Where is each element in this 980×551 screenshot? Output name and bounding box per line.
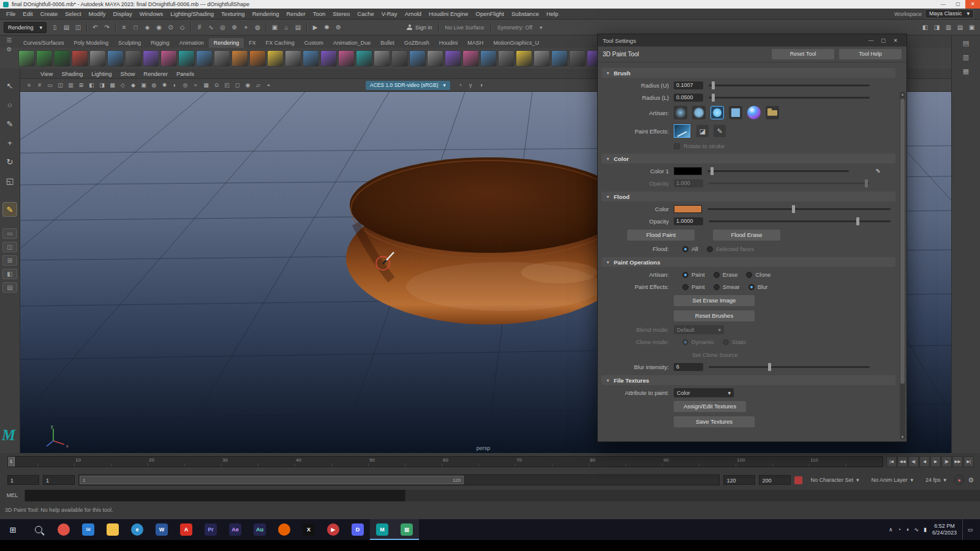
gate-mask-icon[interactable]: ▥ xyxy=(66,80,76,90)
search-button[interactable] xyxy=(26,519,51,540)
open-scene-icon[interactable]: ▤ xyxy=(61,22,72,32)
start-button[interactable]: ⊞ xyxy=(0,519,26,540)
menu-file[interactable]: File xyxy=(2,9,19,20)
construction-history-icon[interactable]: ⌂ xyxy=(281,22,292,32)
menu-cache[interactable]: Cache xyxy=(353,9,377,20)
field-chart-icon[interactable]: ⊞ xyxy=(76,80,86,90)
snap-to-view-plane-icon[interactable]: ⌖ xyxy=(241,22,251,32)
menu-help[interactable]: Help xyxy=(543,9,562,20)
camera-attributes-icon[interactable]: ⌖ xyxy=(263,80,274,90)
save-textures-button[interactable]: Save Textures xyxy=(674,416,755,427)
lock-selection-icon[interactable]: ⊙ xyxy=(165,22,176,32)
window-minimize-button[interactable]: — xyxy=(936,0,951,9)
shelf-icon-16[interactable] xyxy=(285,50,301,67)
exposure-icon[interactable]: ◔ xyxy=(455,80,466,90)
highlight-selection-icon[interactable]: ◉ xyxy=(154,22,164,32)
shelf-gear-icon[interactable]: ⚙ xyxy=(7,46,12,53)
shelf-icon-5[interactable] xyxy=(89,50,106,67)
shelf-tab-motiongraphics-u[interactable]: MotionGraphics_U xyxy=(488,38,544,48)
playback-end-field[interactable]: 120 xyxy=(723,475,755,485)
shelf-icon-28[interactable] xyxy=(498,50,514,67)
section-flood[interactable]: ▼ Flood xyxy=(601,192,895,201)
shelf-icon-3[interactable] xyxy=(54,50,70,67)
section-paint-operations[interactable]: ▼ Paint Operations xyxy=(601,257,895,267)
ambient-occlusion-icon[interactable]: ◎ xyxy=(180,80,190,90)
panel-menu-renderer[interactable]: Renderer xyxy=(139,70,172,77)
image-plane-icon[interactable]: ▱ xyxy=(253,80,263,90)
brush-square-icon[interactable] xyxy=(729,106,742,119)
rotate-tool[interactable]: ↻ xyxy=(2,154,17,169)
resolution-gate-icon[interactable]: ◫ xyxy=(55,80,66,90)
radius-l-slider[interactable] xyxy=(709,97,870,99)
pfx-blur-radio[interactable] xyxy=(748,284,755,290)
slider-handle[interactable] xyxy=(712,94,715,102)
grid-toggle-icon[interactable]: # xyxy=(34,80,45,90)
blur-intensity-slider[interactable] xyxy=(709,366,870,368)
gamma-icon[interactable]: γ xyxy=(466,80,476,90)
shelf-icon-23[interactable] xyxy=(409,50,426,67)
snap-to-projected-center-icon[interactable]: ⊕ xyxy=(229,22,239,32)
motion-blur-icon[interactable]: ≈ xyxy=(190,80,201,90)
layout-single-pane[interactable]: ▭ xyxy=(2,228,17,239)
redo-icon[interactable]: ↷ xyxy=(102,22,112,32)
character-set-dropdown[interactable]: No Character Set ▾ xyxy=(806,477,863,483)
window-maximize-button[interactable]: ▢ xyxy=(951,0,965,9)
character-controls-toggle-icon[interactable]: ◨ xyxy=(932,22,942,32)
default-material-icon[interactable]: ◍ xyxy=(149,80,159,90)
shadows-toggle-icon[interactable]: ◐ xyxy=(170,80,180,90)
shelf-icon-21[interactable] xyxy=(374,50,390,67)
shelf-menu-icon[interactable]: ☰ xyxy=(7,37,12,43)
tool-settings-titlebar[interactable]: Tool Settings — ▢ ✕ xyxy=(598,34,907,47)
taskbar-explorer[interactable] xyxy=(100,519,125,540)
fps-dropdown[interactable]: 24 fps ▾ xyxy=(921,477,951,483)
slider-handle[interactable] xyxy=(710,167,714,175)
safe-action-icon[interactable]: ◧ xyxy=(86,80,97,90)
animation-start-field[interactable]: 1 xyxy=(7,475,39,485)
section-file-textures[interactable]: ▼ File Textures xyxy=(601,375,895,385)
modeling-toolkit-toggle-icon[interactable]: ◧ xyxy=(920,22,930,32)
shelf-icon-13[interactable] xyxy=(232,50,248,67)
select-camera-icon[interactable]: ≡ xyxy=(24,80,34,90)
menu-stereo[interactable]: Stereo xyxy=(329,9,353,20)
window-titlebar[interactable]: final DOnightfull-0006.mb* - Autodesk MA… xyxy=(0,0,980,9)
paint-selection-tool[interactable]: ✎ xyxy=(2,116,17,131)
taskbar-chrome[interactable] xyxy=(51,519,76,540)
sidebar-attribute-editor-icon[interactable]: ▤ xyxy=(963,39,969,47)
shaded-mode-icon[interactable]: ◆ xyxy=(128,80,138,90)
layout-hypershade[interactable]: ▤ xyxy=(2,282,17,293)
layout-two-panes[interactable]: ◫ xyxy=(2,242,17,252)
taskbar-after-effects[interactable]: Ae xyxy=(223,519,247,540)
tray-volume-icon[interactable]: ◖ xyxy=(906,527,909,533)
taskbar-word[interactable]: W xyxy=(149,519,174,540)
color1-swatch[interactable] xyxy=(674,167,702,175)
menu-windows[interactable]: Windows xyxy=(136,9,167,20)
shelf-tab-animation[interactable]: Animation xyxy=(175,38,209,48)
radius-l-field[interactable]: 0.0500 xyxy=(674,94,703,102)
shelf-icon-29[interactable] xyxy=(516,50,532,67)
save-scene-icon[interactable]: ◫ xyxy=(73,22,83,32)
slider-handle[interactable] xyxy=(792,205,795,213)
shelf-icon-14[interactable] xyxy=(249,50,266,67)
shelf-icon-22[interactable] xyxy=(391,50,408,67)
select-tool[interactable]: ↖ xyxy=(2,78,17,93)
shelf-icon-10[interactable] xyxy=(178,50,195,67)
shelf-icon-11[interactable] xyxy=(196,50,213,67)
menu-create[interactable]: Create xyxy=(37,9,62,20)
pfx-eraser-icon[interactable]: ◪ xyxy=(696,125,709,137)
shelf-icon-12[interactable] xyxy=(214,50,230,67)
time-slider[interactable]: 1 102030405060708090100110120 xyxy=(7,456,883,467)
menu-toon[interactable]: Toon xyxy=(309,9,330,20)
color1-slider[interactable] xyxy=(707,170,849,172)
range-slider-handle[interactable]: 1 120 xyxy=(80,476,464,484)
shelf-icon-30[interactable] xyxy=(533,50,550,67)
shelf-tab-houdini[interactable]: Houdini xyxy=(434,38,463,48)
artisan-clone-radio[interactable] xyxy=(746,272,752,278)
command-response-area[interactable] xyxy=(405,490,980,501)
select-by-hierarchy-icon[interactable]: ≡ xyxy=(119,22,129,32)
shelf-tab-poly-modeling[interactable]: Poly Modeling xyxy=(69,38,114,48)
go-to-end-button[interactable]: ▶| xyxy=(963,456,974,467)
lights-toggle-icon[interactable]: ✺ xyxy=(159,80,170,90)
browse-brush-icon[interactable] xyxy=(766,106,779,119)
tray-onedrive-icon[interactable]: ◔ xyxy=(898,527,901,533)
menu-v-ray[interactable]: V-Ray xyxy=(378,9,401,20)
